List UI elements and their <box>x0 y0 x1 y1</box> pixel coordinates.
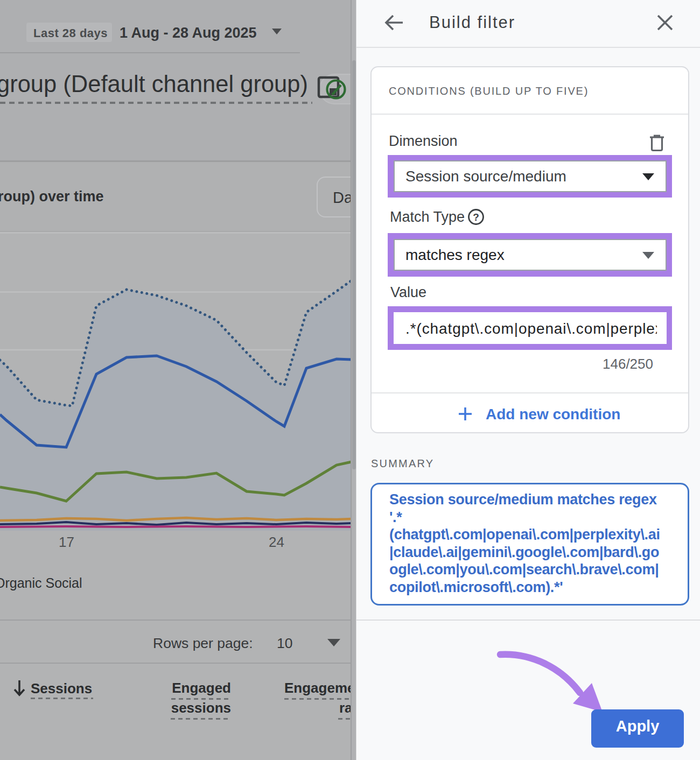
svg-text:?: ? <box>473 212 479 223</box>
